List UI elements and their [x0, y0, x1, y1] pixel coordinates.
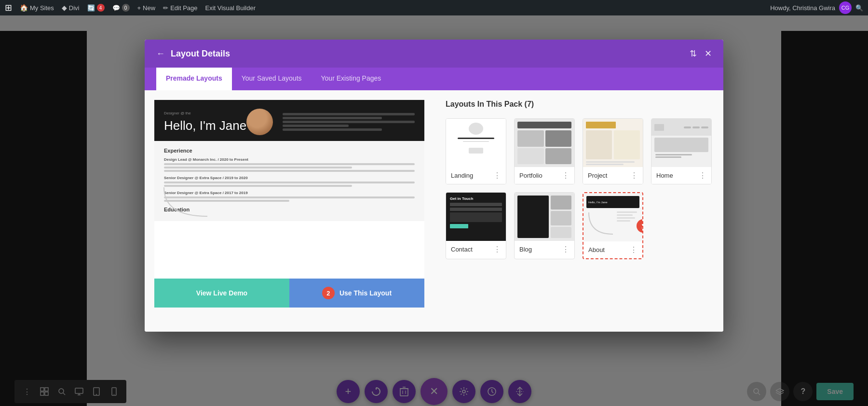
thumb-nav — [684, 126, 691, 128]
exit-builder-link[interactable]: Exit Visual Builder — [205, 4, 256, 12]
use-layout-step-badge: 2 — [322, 287, 335, 299]
preview-text-line — [283, 113, 415, 115]
tab-saved[interactable]: Your Saved Layouts — [232, 68, 312, 90]
layout-label-row-blog: Blog ⋮ — [515, 241, 574, 258]
modal-tabs: Premade Layouts Your Saved Layouts Your … — [145, 68, 723, 90]
updates-menu[interactable]: 🔄 4 — [87, 4, 105, 12]
layout-card-about[interactable]: Hello, I'm Jane — [583, 192, 643, 259]
layout-label-project: Project — [588, 172, 607, 179]
layout-label-blog: Blog — [519, 246, 532, 253]
thumb-item — [545, 148, 572, 165]
preview-text-block — [273, 112, 415, 132]
layout-thumb-blog — [515, 193, 574, 241]
use-layout-label: Use This Layout — [339, 289, 392, 297]
use-layout-button[interactable]: 2 Use This Layout — [289, 279, 424, 308]
preview-job1: Design Lead @ Monarch Inc. / 2020 to Pre… — [164, 157, 415, 172]
thumb-small — [551, 196, 571, 210]
preview-hero-name: Hello, I'm Jane — [164, 118, 246, 133]
thumb-line — [586, 161, 635, 163]
thumb-hero-img — [654, 138, 708, 152]
thumb-line — [617, 211, 637, 213]
layout-menu-icon-project[interactable]: ⋮ — [630, 171, 638, 180]
thumb-header — [517, 122, 571, 128]
layout-label-contact: Contact — [451, 246, 473, 253]
preview-text-line — [283, 121, 415, 123]
divi-menu[interactable]: ◆ Divi — [62, 4, 80, 12]
thumb-line — [458, 138, 494, 139]
thumb-line — [655, 156, 681, 158]
thumb-line — [617, 214, 633, 216]
layouts-pack-title: Layouts In This Pack (7) — [446, 100, 712, 109]
layout-label-home: Home — [656, 172, 673, 179]
view-demo-button[interactable]: View Live Demo — [154, 279, 289, 308]
preview-line — [164, 167, 352, 168]
layout-card-portfolio[interactable]: Portfolio ⋮ — [514, 118, 575, 184]
sort-icon[interactable]: ⇅ — [690, 48, 697, 59]
layout-label-row-project: Project ⋮ — [583, 167, 643, 184]
layout-label-row-contact: Contact ⋮ — [446, 241, 506, 258]
preview-line — [164, 163, 415, 165]
modal-header-right: ⇅ ✕ — [690, 48, 712, 59]
layout-details-modal: ← Layout Details ⇅ ✕ Premade Layouts You… — [145, 40, 723, 332]
my-sites-menu[interactable]: 🏠 My Sites — [20, 4, 54, 12]
thumb-logo — [654, 124, 664, 131]
preview-text-line — [283, 128, 381, 131]
tab-existing[interactable]: Your Existing Pages — [312, 68, 391, 90]
tab-premade[interactable]: Premade Layouts — [156, 68, 232, 90]
edit-page-label: Edit Page — [170, 4, 197, 12]
layout-label-portfolio: Portfolio — [519, 172, 542, 179]
thumb-line — [586, 164, 624, 165]
close-icon[interactable]: ✕ — [705, 48, 712, 59]
updates-count: 4 — [97, 4, 105, 12]
comments-menu[interactable]: 💬 0 — [112, 4, 130, 12]
search-icon[interactable]: 🔍 — [855, 4, 863, 12]
modal-header: ← Layout Details ⇅ ✕ — [145, 40, 723, 68]
preview-job1-title: Design Lead @ Monarch Inc. / 2020 to Pre… — [164, 157, 415, 162]
avatar[interactable]: CG — [839, 1, 852, 14]
howdy-text: Howdy, Christina Gwira — [770, 4, 835, 12]
back-icon[interactable]: ← — [156, 49, 165, 59]
preview-curve-svg — [159, 182, 217, 221]
thumb-line — [463, 141, 489, 142]
view-demo-label: View Live Demo — [196, 289, 247, 297]
layout-menu-icon-about[interactable]: ⋮ — [630, 245, 637, 254]
thumb-block — [586, 130, 612, 159]
thumb-nav — [692, 126, 700, 128]
layout-thumb-landing — [446, 119, 506, 167]
new-menu[interactable]: + New — [137, 4, 156, 12]
admin-bar: ⊞ 🏠 My Sites ◆ Divi 🔄 4 💬 0 + New ✏ Edit… — [0, 0, 868, 15]
layout-thumb-project — [583, 119, 643, 167]
layout-label-row-portfolio: Portfolio ⋮ — [515, 167, 574, 184]
modal-title: Layout Details — [171, 49, 230, 59]
layout-card-blog[interactable]: Blog ⋮ — [514, 192, 575, 259]
layout-menu-icon-home[interactable]: ⋮ — [699, 171, 706, 180]
layout-label-row-home: Home ⋮ — [651, 167, 711, 184]
modal-header-left: ← Layout Details — [156, 49, 230, 59]
thumb-item — [517, 148, 544, 165]
layout-menu-icon-contact[interactable]: ⋮ — [493, 245, 501, 254]
wordpress-logo[interactable]: ⊞ — [5, 2, 12, 13]
preview-hero-left: Designer @ the Hello, I'm Jane — [164, 111, 246, 133]
thumb-about-text: Hello, I'm Jane — [588, 201, 608, 204]
preview-job1-lines — [164, 163, 415, 172]
layout-thumb-portfolio — [515, 119, 574, 167]
thumb-item — [517, 130, 544, 147]
preview-avatar — [246, 109, 273, 135]
layout-menu-icon-landing[interactable]: ⋮ — [493, 171, 501, 180]
exit-builder-label: Exit Visual Builder — [205, 4, 256, 12]
layout-menu-icon-portfolio[interactable]: ⋮ — [562, 171, 570, 180]
layout-card-project[interactable]: Project ⋮ — [583, 118, 643, 184]
preview-mock: Designer @ the Hello, I'm Jane — [154, 100, 424, 279]
preview-area: Designer @ the Hello, I'm Jane — [145, 90, 434, 332]
layout-card-contact[interactable]: Get in Touch Contact ⋮ — [446, 192, 506, 259]
layout-menu-icon-blog[interactable]: ⋮ — [562, 245, 570, 254]
layout-card-landing[interactable]: Landing ⋮ — [446, 118, 506, 184]
modal-overlay: ← Layout Details ⇅ ✕ Premade Layouts You… — [0, 15, 868, 406]
layout-card-home[interactable]: Home ⋮ — [651, 118, 712, 184]
layout-label-row-about: About ⋮ — [583, 241, 642, 258]
edit-page-link[interactable]: ✏ Edit Page — [163, 4, 197, 12]
layout-label-landing: Landing — [451, 172, 473, 179]
thumb-line — [617, 220, 630, 222]
preview-body: Experience Design Lead @ Monarch Inc. / … — [154, 141, 424, 221]
my-sites-label: My Sites — [30, 4, 54, 12]
